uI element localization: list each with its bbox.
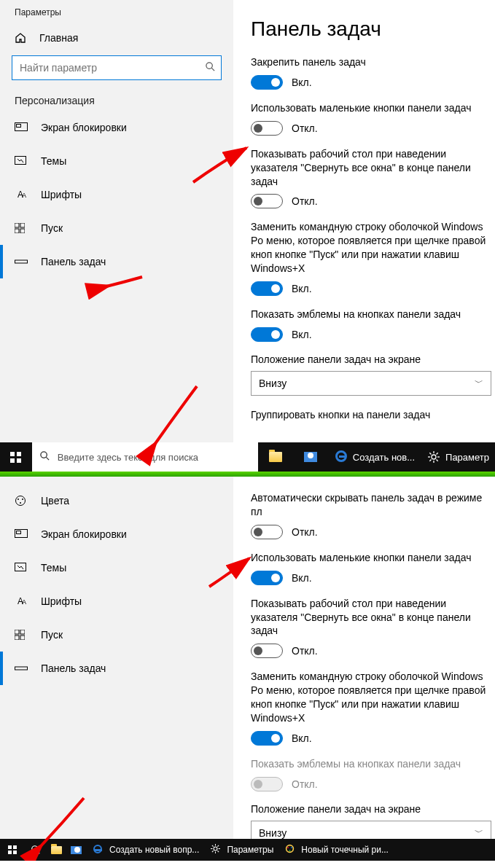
sidebar-item-lock-screen[interactable]: Экран блокировки [0,111,233,144]
taskbar-app-label: Новый точечный ри... [301,845,389,855]
edge-icon [334,450,348,464]
toggle-state: Откл. [292,195,318,207]
option-label: Показывать рабочий стол при наведении ук… [251,147,495,189]
nav-home-label: Главная [39,32,78,44]
sidebar-item-taskbar[interactable]: Панель задач [0,245,233,278]
toggle-state: Вкл. [292,77,312,88]
taskbar-paint[interactable]: Новый точечный ри... [278,835,393,861]
taskbar-people[interactable] [293,442,328,472]
start-icon [15,630,28,640]
option-label: Показать эмблемы на кнопках панели задач [251,757,495,771]
sidebar-item-lock-screen[interactable]: Экран блокировки [0,517,233,551]
svg-rect-28 [15,630,19,634]
people-icon [304,452,317,462]
toggle-small-buttons[interactable] [251,121,283,136]
sidebar-item-themes[interactable]: Темы [0,551,233,584]
sidebar-item-label: Темы [41,562,66,574]
sidebar-item-taskbar[interactable]: Панель задач [0,652,233,685]
svg-point-33 [32,846,38,852]
paint-icon [282,844,297,856]
taskbar-icon [15,665,28,672]
taskbar-settings[interactable]: Параметр [421,442,495,472]
sidebar-item-label: Пуск [41,629,63,641]
sidebar-item-themes[interactable]: Темы [0,144,233,178]
svg-point-12 [432,455,436,459]
taskbar-search-button[interactable] [25,835,47,861]
toggle-badges[interactable] [251,327,283,342]
toggle-autohide-tablet[interactable] [251,525,283,539]
sidebar-item-fonts[interactable]: AA Шрифты [0,178,233,211]
section-label: Группировать кнопки на панели задач [251,409,495,421]
svg-line-17 [429,453,431,454]
sidebar-item-start[interactable]: Пуск [0,618,233,652]
svg-line-11 [46,457,49,460]
sidebar-item-label: Шрифты [41,189,82,200]
nav-home[interactable]: Главная [0,25,233,51]
sidebar-item-label: Темы [41,155,66,167]
colors-icon [15,495,28,507]
toggle-peek-desktop[interactable] [251,644,283,658]
taskbar-search-box[interactable]: Введите здесь текст для поиска [32,442,258,472]
themes-icon [15,563,28,573]
option-label: Автоматически скрывать панель задач в ре… [251,491,495,519]
taskbar-settings[interactable]: Параметры [203,835,278,861]
sidebar-item-label: Панель задач [41,256,106,267]
sidebar-item-fonts[interactable]: AA Шрифты [0,584,233,618]
svg-rect-29 [20,630,25,634]
taskbar-people[interactable] [66,835,86,861]
themes-icon [15,156,28,166]
folder-icon [269,452,282,462]
dropdown-taskbar-position[interactable]: Внизу ﹀ [251,821,491,839]
fonts-icon: AA [15,596,28,606]
svg-rect-32 [15,667,28,670]
search-input[interactable] [12,55,222,80]
svg-rect-7 [15,229,19,233]
option-label: Использовать маленькие кнопки панели зад… [251,101,495,115]
sidebar-item-label: Панель задач [41,662,106,674]
svg-line-40 [212,845,214,847]
taskbar-edge[interactable]: Создать нов... [328,442,421,472]
toggle-badges [251,777,283,791]
toggle-state: Откл. [292,526,318,538]
toggle-peek-desktop[interactable] [251,194,283,208]
svg-rect-9 [15,260,28,263]
sidebar-item-colors[interactable]: Цвета [0,484,233,517]
taskbar-icon [15,258,28,265]
svg-line-20 [429,460,431,461]
dropdown-value: Внизу [259,378,287,389]
option-label: Закрепить панель задач [251,55,495,69]
svg-rect-3 [17,125,21,128]
svg-point-10 [41,452,47,458]
option-label: Заменить командную строку оболочкой Wind… [251,670,495,725]
svg-point-0 [206,63,212,69]
svg-point-46 [291,847,292,848]
dropdown-taskbar-position[interactable]: Внизу ﹀ [251,371,491,396]
taskbar-search-placeholder: Введите здесь текст для поиска [58,452,198,463]
toggle-state: Откл. [292,778,318,790]
taskbar-edge[interactable]: Создать новый вопр... [86,835,203,861]
toggle-lock-taskbar[interactable] [251,75,283,90]
svg-rect-26 [17,531,21,534]
taskbar-explorer[interactable] [47,835,66,861]
svg-point-35 [214,847,217,851]
option-label: Заменить командную строку оболочкой Wind… [251,220,495,275]
start-button[interactable] [0,442,32,472]
toggle-powershell[interactable] [251,281,283,296]
toggle-state: Откл. [292,122,318,134]
taskbar-explorer[interactable] [258,442,293,472]
start-button[interactable] [0,835,25,861]
svg-point-22 [17,498,19,500]
fonts-icon: AA [15,189,28,200]
start-icon [15,223,28,233]
svg-point-21 [16,496,26,506]
chevron-down-icon: ﹀ [475,377,483,389]
home-icon [15,32,28,44]
svg-rect-8 [20,229,25,233]
toggle-state: Вкл. [292,329,312,340]
svg-rect-30 [15,636,19,640]
toggle-small-buttons[interactable] [251,571,283,585]
svg-line-19 [437,453,438,454]
taskbar-app-label: Параметр [445,452,489,463]
sidebar-item-start[interactable]: Пуск [0,211,233,245]
toggle-powershell[interactable] [251,731,283,746]
